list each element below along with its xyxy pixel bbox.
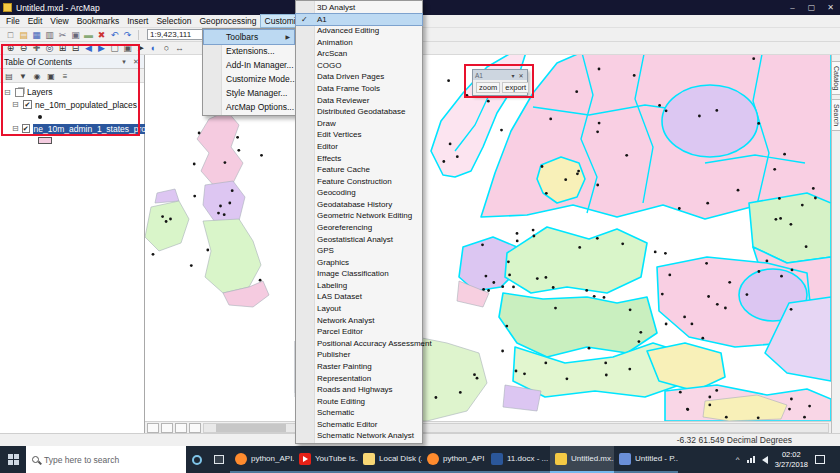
toolbars-submenu-item[interactable]: ✓ Feature Construction (296, 176, 422, 188)
close-icon[interactable]: ✕ (517, 72, 525, 79)
forward-extent-icon[interactable]: ▶ (95, 42, 108, 54)
toolbars-submenu-item[interactable]: ✓ Representation (296, 373, 422, 385)
start-button[interactable] (0, 446, 26, 473)
toolbars-submenu-item[interactable]: ✓ A1 (296, 14, 422, 26)
layer-checkbox[interactable]: ✔ (23, 100, 32, 109)
toolbars-submenu-item[interactable]: ✓ Edit Vertices (296, 129, 422, 141)
toolbars-submenu-item[interactable]: ✓ Image Classification (296, 268, 422, 280)
pause-drawing-button[interactable] (189, 423, 201, 433)
toolbars-submenu-item[interactable]: ✓ Georeferencing (296, 222, 422, 234)
cut-icon[interactable]: ✂ (56, 29, 69, 41)
fixed-zoom-in-icon[interactable]: ⊞ (56, 42, 69, 54)
list-by-selection-icon[interactable]: ▣ (45, 70, 57, 81)
layer-name[interactable]: ne_10m_populated_places (35, 100, 137, 110)
cortana-button[interactable] (186, 446, 208, 473)
zoom-out-icon[interactable]: ⊖ (17, 42, 30, 54)
toolbars-submenu-item[interactable]: ✓ Roads and Highways (296, 384, 422, 396)
docked-panel-tab[interactable]: Search (832, 99, 840, 131)
new-document-icon[interactable]: □ (4, 29, 17, 41)
save-icon[interactable]: ▦ (30, 29, 43, 41)
toolbars-submenu-item[interactable]: ✓ Parcel Editor (296, 326, 422, 338)
menubar-item[interactable]: Insert (123, 15, 152, 27)
taskbar-app-button[interactable]: Local Disk (... (358, 446, 422, 473)
expander-icon[interactable]: ⊟ (12, 100, 20, 109)
undo-icon[interactable]: ↶ (108, 29, 121, 41)
back-extent-icon[interactable]: ◀ (82, 42, 95, 54)
toolbars-submenu-item[interactable]: ✓ ArcScan (296, 48, 422, 60)
chevron-down-icon[interactable]: ▾ (509, 72, 517, 79)
measure-icon[interactable]: ↔ (173, 42, 186, 54)
toc-root-layers[interactable]: ⊟ Layers (4, 86, 144, 98)
close-button[interactable]: ✕ (821, 0, 840, 15)
layer-checkbox[interactable]: ✔ (22, 124, 30, 133)
toolbars-submenu-item[interactable]: ✓ COGO (296, 60, 422, 72)
toolbars-submenu-item[interactable]: ✓ Geostatistical Analyst (296, 234, 422, 246)
scrollbar-thumb[interactable] (216, 424, 286, 432)
print-icon[interactable]: ▥ (43, 29, 56, 41)
data-view-button[interactable] (147, 423, 159, 433)
toolbars-submenu-item[interactable]: ✓ Route Editing (296, 396, 422, 408)
toolbars-submenu-item[interactable]: ✓ Schematic (296, 407, 422, 419)
toolbars-submenu-item[interactable]: ✓ Raster Painting (296, 361, 422, 373)
toolbars-submenu-item[interactable]: ✓ Schematic Editor (296, 419, 422, 431)
fixed-zoom-out-icon[interactable]: ⊟ (69, 42, 82, 54)
toolbars-submenu-item[interactable]: ✓ Distributed Geodatabase (296, 106, 422, 118)
taskbar-app-button[interactable]: YouTube Is... (294, 446, 358, 473)
toolbars-submenu-item[interactable]: ✓ Data Frame Tools (296, 83, 422, 95)
expander-icon[interactable]: ⊟ (4, 88, 12, 97)
toolbars-submenu-item[interactable]: ✓ 3D Analyst (296, 2, 422, 14)
toc-layer[interactable]: ⊟ ✔ ne_10m_admin_1_states_provinces (12, 122, 144, 146)
full-extent-icon[interactable]: ◎ (43, 42, 56, 54)
paste-icon[interactable]: ▬ (82, 29, 95, 41)
pin-icon[interactable]: ▾ (118, 58, 130, 66)
identify-icon[interactable]: ◐ (147, 42, 160, 54)
delete-icon[interactable]: ✖ (95, 29, 108, 41)
taskbar-app-button[interactable]: python_API... (230, 446, 294, 473)
customize-menu-item[interactable]: Add-In Manager... ▶ (204, 58, 294, 72)
customize-menu-item[interactable]: ArcMap Options... ▶ (204, 100, 294, 114)
toolbars-submenu-item[interactable]: ✓ Labeling (296, 280, 422, 292)
hidden-icons-chevron-icon[interactable]: ^ (736, 455, 740, 464)
toolbars-submenu-item[interactable]: ✓ Effects (296, 153, 422, 165)
toolbars-submenu-item[interactable]: ✓ Geometric Network Editing (296, 210, 422, 222)
expander-icon[interactable]: ⊟ (12, 124, 19, 133)
toolbars-submenu-item[interactable]: ✓ Data Driven Pages (296, 71, 422, 83)
toolbars-submenu-item[interactable]: ✓ GPS (296, 245, 422, 257)
zoom-in-icon[interactable]: ⊕ (4, 42, 17, 54)
docked-panel-tab[interactable]: Catalog (832, 61, 840, 95)
menubar-item[interactable]: Bookmarks (73, 15, 124, 27)
toolbars-submenu-item[interactable]: ✓ Positional Accuracy Assessment (296, 338, 422, 350)
toolbars-submenu-item[interactable]: ✓ Feature Cache (296, 164, 422, 176)
toc-layer[interactable]: ⊟ ✔ ne_10m_populated_places (12, 98, 144, 122)
menubar-item[interactable]: File (2, 15, 24, 27)
menubar-item[interactable]: Geoprocessing (195, 15, 260, 27)
volume-icon[interactable] (762, 456, 768, 464)
action-center-icon[interactable] (815, 455, 825, 464)
layer-symbol-icon[interactable] (38, 115, 42, 119)
floating-a1-toolbar[interactable]: A1 ▾ ✕ zoomexport (472, 69, 528, 96)
toolbars-submenu-item[interactable]: ✓ Graphics (296, 257, 422, 269)
a1-tool-button[interactable]: zoom (476, 82, 500, 93)
minimize-button[interactable]: – (783, 0, 802, 15)
taskbar-app-button[interactable]: Untitled.mx... (550, 446, 614, 473)
customize-menu-item[interactable]: Extensions... ▶ (204, 44, 294, 58)
a1-tool-button[interactable]: export (502, 82, 529, 93)
customize-menu-item[interactable]: Toolbars ▶ (204, 30, 294, 44)
open-icon[interactable]: ▤ (17, 29, 30, 41)
toolbars-submenu-item[interactable]: ✓ Schematic Network Analyst (296, 430, 422, 442)
layer-symbol-icon[interactable] (38, 137, 52, 144)
customize-menu-item[interactable]: Customize Mode... ▶ (204, 72, 294, 86)
toolbars-submenu-item[interactable]: ✓ Editor (296, 141, 422, 153)
taskbar-app-button[interactable]: python_API (422, 446, 486, 473)
toolbars-submenu-item[interactable]: ✓ Geocoding (296, 187, 422, 199)
list-by-drawing-order-icon[interactable]: ▤ (3, 70, 15, 81)
find-icon[interactable]: ○ (160, 42, 173, 54)
taskbar-app-button[interactable]: Untitled - P... (614, 446, 678, 473)
menubar-item[interactable]: Selection (152, 15, 195, 27)
toolbars-submenu-item[interactable]: ✓ Data Reviewer (296, 95, 422, 107)
redo-icon[interactable]: ↷ (121, 29, 134, 41)
list-by-source-icon[interactable]: ▼ (17, 70, 29, 81)
toolbars-submenu-item[interactable]: ✓ Advanced Editing (296, 25, 422, 37)
layout-view-button[interactable] (161, 423, 173, 433)
menubar-item[interactable]: Edit (24, 15, 47, 27)
